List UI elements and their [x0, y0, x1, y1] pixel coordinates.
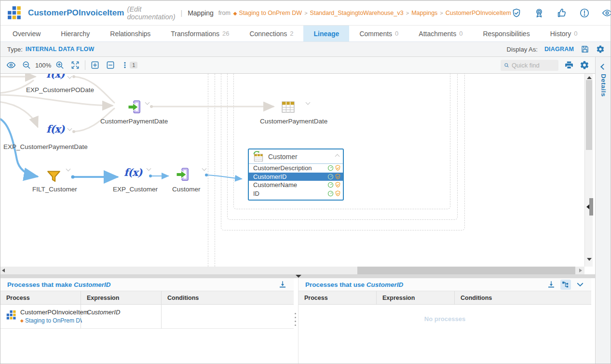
- toolbar-more-icon[interactable]: [121, 60, 129, 70]
- tab-overview[interactable]: Overview: [2, 26, 51, 41]
- search-icon: [504, 62, 509, 69]
- customer-table-header[interactable]: Customer: [249, 149, 343, 164]
- use-table-header: Process Expression Conditions: [299, 291, 591, 305]
- scroll-right-arrow[interactable]: [579, 269, 582, 272]
- node-exp-customer-po-date[interactable]: f(x): [46, 74, 64, 80]
- from-label: from: [218, 10, 231, 16]
- bottom-panel-resize-grip[interactable]: [295, 313, 296, 326]
- zoom-in-icon[interactable]: [55, 60, 65, 70]
- tab-label: Responsibilities: [483, 30, 530, 38]
- tab-relationships[interactable]: Relationships: [100, 26, 161, 41]
- node-exp-customer-payment-date[interactable]: f(x): [46, 123, 64, 135]
- download-icon[interactable]: [547, 280, 556, 289]
- processes-that-use-panel: Processes that use CustomerID Process Ex…: [298, 278, 591, 364]
- tab-label: Transformations: [171, 30, 219, 38]
- node-label[interactable]: CustomerPaymentDate: [260, 118, 327, 125]
- zoom-out-icon[interactable]: [22, 60, 31, 70]
- print-icon[interactable]: [564, 60, 574, 70]
- edit-documentation-link[interactable]: (Edit documentation): [127, 5, 176, 21]
- show-lineage-eye-icon[interactable]: [6, 60, 16, 70]
- thumbs-up-icon[interactable]: [557, 8, 567, 18]
- download-icon[interactable]: [278, 280, 287, 289]
- tab-lineage[interactable]: Lineage: [303, 26, 349, 41]
- field-row-id[interactable]: ID: [249, 189, 343, 198]
- quick-find-input[interactable]: [512, 62, 555, 69]
- horizontal-scroll-thumb[interactable]: [357, 267, 575, 274]
- node-exp-customer[interactable]: f(x): [124, 166, 142, 178]
- field-row-customerdescription[interactable]: CustomerDescription: [249, 164, 343, 173]
- node-label[interactable]: Customer: [172, 186, 201, 193]
- splitter-collapse-triangle[interactable]: [296, 275, 301, 278]
- column-conditions[interactable]: Conditions: [162, 291, 294, 304]
- column-expression[interactable]: Expression: [81, 291, 162, 304]
- title-prefix: Processes that use: [305, 281, 367, 288]
- chevron-left-icon[interactable]: [600, 64, 607, 70]
- breadcrumb-project[interactable]: Standard_StagingtoWarehouse_v3: [310, 10, 404, 16]
- process-path-link[interactable]: Staging to OnPrem DW > St: [25, 317, 82, 324]
- node-filt-customer[interactable]: [46, 169, 62, 186]
- catalog-app-window: CustomerPOInvoiceItem (Edit documentatio…: [0, 0, 611, 364]
- node-customer-port[interactable]: [175, 167, 190, 183]
- node-label[interactable]: EXP_CustomerPODate: [26, 86, 94, 94]
- details-rail-label[interactable]: Details: [600, 74, 607, 97]
- node-label[interactable]: EXP_CustomerPaymentDate: [3, 143, 88, 150]
- display-as-value[interactable]: DIAGRAM: [544, 46, 574, 53]
- chevron-up-icon[interactable]: [335, 154, 340, 159]
- node-label[interactable]: EXP_Customer: [113, 186, 158, 193]
- expression-fx-icon: f(x): [46, 74, 64, 80]
- panel-splitter[interactable]: [0, 274, 595, 278]
- shield-check-icon[interactable]: [511, 8, 522, 18]
- collapse-all-icon[interactable]: [106, 60, 115, 70]
- node-label[interactable]: CustomerPaymentDate: [100, 118, 168, 125]
- tab-count: 0: [574, 30, 577, 37]
- vertical-scroll-thumb[interactable]: [586, 80, 592, 150]
- diagram-horizontal-scrollbar[interactable]: [0, 267, 584, 274]
- diagram-settings-gear-icon[interactable]: [580, 60, 589, 70]
- diagram-vertical-scrollbar[interactable]: [584, 74, 593, 267]
- customer-table-node[interactable]: Customer CustomerDescription CustomerID …: [248, 148, 344, 201]
- breadcrumb-mappings[interactable]: Mappings: [411, 10, 437, 16]
- fit-to-screen-icon[interactable]: [70, 60, 80, 70]
- field-row-customerid[interactable]: CustomerID: [249, 173, 343, 181]
- tab-responsibilities[interactable]: Responsibilities: [473, 26, 540, 41]
- tab-history[interactable]: History0: [540, 26, 588, 41]
- node-customer-payment-date-table[interactable]: [281, 100, 295, 115]
- expression-value: CustomerID: [87, 309, 120, 316]
- details-panel-collapse-handle[interactable]: [589, 198, 593, 216]
- data-quality-gauge-icon: [327, 174, 334, 180]
- process-name[interactable]: CustomerPOInvoiceItem: [20, 309, 89, 316]
- node-label[interactable]: FILT_Customer: [32, 186, 77, 193]
- column-process[interactable]: Process: [299, 291, 377, 304]
- tab-attachments[interactable]: Attachments0: [408, 26, 473, 41]
- collapse-panel-chevron-icon[interactable]: [576, 280, 584, 289]
- tab-hierarchy[interactable]: Hierarchy: [51, 26, 100, 41]
- column-process[interactable]: Process: [0, 291, 81, 304]
- lineage-tree-toggle[interactable]: [560, 280, 571, 290]
- tab-transformations[interactable]: Transformations26: [161, 26, 239, 41]
- no-processes-message: No processes: [299, 315, 591, 323]
- save-diagram-icon[interactable]: [581, 45, 589, 54]
- toolbar-overflow-badge[interactable]: 1: [130, 62, 137, 68]
- breadcrumb-current[interactable]: CustomerPOInvoiceItem: [446, 10, 511, 16]
- details-rail[interactable]: Details: [595, 57, 611, 364]
- expand-all-icon[interactable]: [90, 60, 100, 70]
- breadcrumb: ◆ Staging to OnPrem DW > Standard_Stagin…: [233, 10, 511, 16]
- node-customer-payment-date-port[interactable]: [127, 100, 141, 116]
- watch-eye-icon[interactable]: [602, 8, 611, 18]
- field-row-customername[interactable]: CustomerName: [249, 181, 343, 189]
- make-table-row[interactable]: CustomerPOInvoiceItem ◆ Staging to OnPre…: [0, 305, 294, 329]
- certification-ribbon-icon[interactable]: [534, 8, 544, 18]
- column-expression[interactable]: Expression: [377, 291, 455, 304]
- breadcrumb-resource[interactable]: Staging to OnPrem DW: [239, 10, 302, 16]
- field-name: CustomerName: [253, 181, 327, 189]
- tab-comments[interactable]: Comments0: [349, 26, 408, 41]
- governed-shield-icon: [335, 165, 341, 171]
- settings-gear-icon[interactable]: [596, 45, 605, 54]
- lineage-diagram-canvas[interactable]: f(x) EXP_CustomerPODate CustomerPaymentD…: [0, 74, 584, 267]
- scroll-up-arrow[interactable]: [587, 76, 592, 79]
- column-conditions[interactable]: Conditions: [455, 291, 591, 304]
- scroll-left-arrow[interactable]: [2, 269, 5, 272]
- scroll-down-arrow[interactable]: [587, 258, 592, 261]
- alert-circle-icon[interactable]: [579, 8, 590, 18]
- tab-connections[interactable]: Connections2: [239, 26, 303, 41]
